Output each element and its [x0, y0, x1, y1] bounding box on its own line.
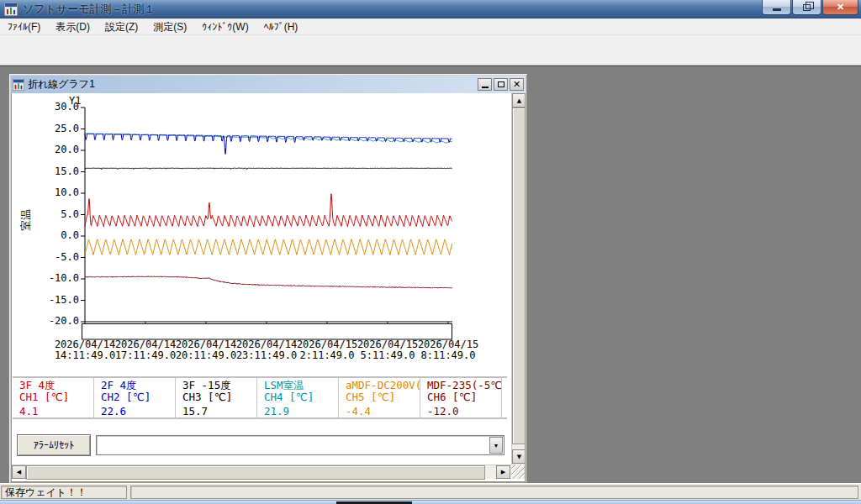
y-tick-label: 0.0: [40, 229, 79, 241]
close-button[interactable]: ✕: [822, 0, 858, 15]
status-bar: 保存ウェイト！！: [0, 483, 861, 500]
scroll-down-icon[interactable]: ▼: [512, 449, 526, 464]
status-message: 保存ウェイト！！: [1, 486, 127, 499]
toolbar: D1D2D3Y1Y2Y3▲▼▲▼▼▲◀◀◀■▶▶▶◀▶▶◀: [0, 35, 861, 66]
minimize-button[interactable]: [762, 0, 791, 15]
channel-value: 4.1: [19, 406, 93, 417]
menu-item-window[interactable]: ｳｨﾝﾄﾞｳ(W): [194, 18, 256, 35]
minimize-icon: [773, 8, 781, 11]
y-tick-label: 25.0: [40, 123, 79, 134]
window-titlebar[interactable]: ソフトサーモ計測－計測１ ✕: [0, 0, 861, 18]
menu-item-view[interactable]: 表示(D): [48, 18, 98, 35]
y-tick-label: -15.0: [40, 294, 79, 306]
menubar: ﾌｧｲﾙ(F)表示(D)設定(Z)測定(S)ｳｨﾝﾄﾞｳ(W)ﾍﾙﾌﾟ(H): [0, 18, 861, 35]
channel-name: 3F 4度: [19, 380, 93, 391]
close-icon: ✕: [513, 79, 520, 90]
legend-channel-2: 2F 4度CH2 [℃]22.6: [94, 378, 176, 417]
graph-window[interactable]: 折れ線グラフ1 ✕ Y1 室温 30.025.020.015.010.05.00…: [8, 73, 528, 484]
x-tick-label: 2026/04/158:11:49.0: [413, 339, 483, 361]
channel-name: 2F 4度: [101, 380, 175, 391]
close-icon: ✕: [837, 2, 844, 13]
combo-dropdown-icon[interactable]: ▼: [489, 437, 503, 454]
legend-channel-4: LSM室温CH4 [℃]21.9: [257, 378, 339, 417]
channel-value: 21.9: [264, 406, 338, 417]
graph-window-titlebar[interactable]: 折れ線グラフ1 ✕: [11, 76, 526, 93]
restore-icon: [803, 4, 811, 11]
channel-unit: CH3 [℃]: [182, 391, 256, 403]
graph-window-title: 折れ線グラフ1: [28, 77, 95, 92]
restore-button[interactable]: [792, 0, 821, 15]
channel-unit: CH2 [℃]: [101, 391, 175, 403]
window-title: ソフトサーモ計測－計測１: [23, 0, 156, 18]
graph-minimize-button[interactable]: [478, 78, 492, 91]
channel-unit: CH5 [℃]: [346, 391, 420, 403]
resize-grip[interactable]: [511, 465, 526, 479]
chart-series-ch5: [85, 239, 452, 255]
alarm-combo-input[interactable]: [98, 438, 485, 453]
y-axis-title: 室温: [18, 209, 34, 231]
alarm-reset-button[interactable]: ｱﾗｰﾑﾘｾｯﾄ: [17, 434, 91, 456]
channel-value: -4.4: [346, 406, 420, 417]
chart-series-ch2: [85, 134, 452, 154]
menu-item-file[interactable]: ﾌｧｲﾙ(F): [0, 18, 48, 35]
menu-item-settings[interactable]: 設定(Z): [98, 18, 145, 35]
channel-value: 22.6: [101, 406, 175, 417]
maximize-icon: [498, 81, 504, 87]
line-chart: [80, 101, 462, 344]
y-tick-label: 10.0: [40, 186, 79, 198]
scroll-left-icon[interactable]: ◀: [12, 465, 26, 479]
y-tick-label: 30.0: [40, 101, 79, 113]
channel-unit: CH6 [℃]: [427, 391, 501, 403]
channel-name: MDF-235(-5℃): [427, 380, 501, 391]
channel-value: 15.7: [182, 406, 256, 417]
horizontal-scroll-thumb[interactable]: [26, 465, 485, 480]
menu-item-measure[interactable]: 測定(S): [145, 18, 194, 35]
y-tick-label: 5.0: [40, 208, 79, 220]
legend-channel-5: aMDF-DC200V(+7CH5 [℃]-4.4: [339, 378, 420, 417]
channel-unit: CH4 [℃]: [264, 391, 338, 403]
channel-name: aMDF-DC200V(+7: [346, 380, 420, 391]
y-tick-label: -10.0: [40, 272, 79, 284]
minimize-icon: [482, 87, 489, 88]
scroll-right-icon[interactable]: ▶: [496, 465, 510, 479]
app-icon: [4, 3, 18, 16]
menu-item-help[interactable]: ﾍﾙﾌﾟ(H): [256, 18, 306, 35]
graph-close-button[interactable]: ✕: [510, 78, 524, 91]
horizontal-scrollbar[interactable]: ◀ ▶: [12, 465, 511, 479]
chart-series-ch3: [85, 168, 452, 170]
chart-lower-band: [82, 324, 452, 340]
legend-channel-6: MDF-235(-5℃)CH6 [℃]-12.0: [420, 378, 502, 417]
channel-legend: 3F 4度CH1 [℃]4.12F 4度CH2 [℃]22.63F -15度CH…: [13, 376, 507, 419]
y-tick-label: -5.0: [40, 251, 79, 263]
taskbar-edge[interactable]: [0, 500, 861, 504]
status-panel-secondary: [130, 486, 858, 499]
scroll-up-icon[interactable]: ▲: [512, 93, 526, 108]
vertical-scroll-thumb[interactable]: [512, 108, 526, 444]
legend-channel-1: 3F 4度CH1 [℃]4.1: [13, 378, 94, 417]
y-tick-label: -20.0: [40, 315, 79, 327]
graph-maximize-button[interactable]: [494, 78, 508, 91]
alarm-combo[interactable]: ▼: [96, 435, 504, 455]
y-tick-label: 20.0: [40, 144, 79, 155]
channel-name: 3F -15度: [182, 380, 256, 391]
graph-client-area: Y1 室温 30.025.020.015.010.05.00.0-5.0-10.…: [11, 93, 526, 482]
mdi-area: 折れ線グラフ1 ✕ Y1 室温 30.025.020.015.010.05.00…: [0, 66, 861, 483]
y-tick-label: 15.0: [40, 165, 79, 177]
channel-name: LSM室温: [264, 380, 338, 391]
channel-unit: CH1 [℃]: [19, 391, 93, 403]
channel-value: -12.0: [427, 406, 501, 417]
legend-channel-3: 3F -15度CH3 [℃]15.7: [176, 378, 257, 417]
chart-series-ch1: [85, 194, 452, 227]
vertical-scrollbar[interactable]: ▲ ▼: [511, 93, 526, 465]
chart-series-ch6: [85, 276, 452, 288]
graph-window-icon: [13, 79, 24, 91]
